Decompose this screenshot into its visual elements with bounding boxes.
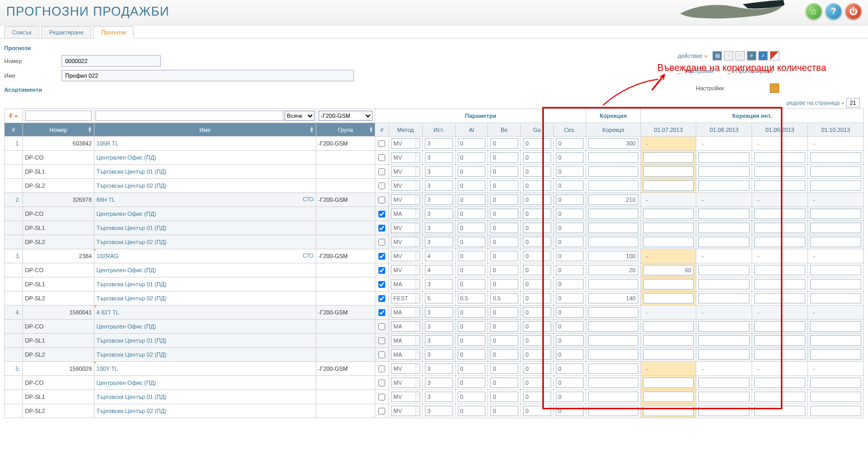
date-input[interactable]	[754, 349, 805, 360]
col-d3[interactable]: 01.09.2013	[752, 123, 808, 137]
col-ga[interactable]: Ga	[520, 123, 553, 137]
filter-name[interactable]	[96, 111, 283, 121]
method-input[interactable]	[391, 223, 415, 233]
sez-input[interactable]	[556, 293, 584, 303]
date-input[interactable]	[810, 152, 861, 163]
child-name-link[interactable]: Търговски Център 02 (ПД)	[97, 295, 167, 301]
al-input[interactable]	[458, 223, 486, 233]
method-input[interactable]	[391, 209, 415, 219]
date-input[interactable]	[698, 180, 750, 191]
row-checkbox[interactable]	[378, 281, 385, 288]
date-input[interactable]	[754, 321, 805, 332]
ga-input[interactable]	[523, 152, 551, 163]
tab-forecast[interactable]: Прогнози	[93, 26, 134, 39]
sez-input[interactable]	[556, 363, 584, 374]
be-input[interactable]	[490, 180, 518, 191]
item-name-link[interactable]: 100Y TL	[97, 366, 118, 372]
al-input[interactable]	[458, 378, 486, 388]
date-input[interactable]	[643, 209, 694, 219]
be-input[interactable]	[490, 279, 518, 289]
al-input[interactable]	[458, 152, 486, 163]
item-name-link[interactable]: 4 82T TL	[97, 309, 120, 315]
method-input[interactable]	[391, 307, 415, 318]
date-input[interactable]	[810, 279, 861, 289]
date-input[interactable]	[754, 237, 805, 247]
sort-icon[interactable]	[368, 126, 373, 132]
sez-input[interactable]	[556, 321, 584, 332]
date-input[interactable]	[643, 223, 694, 233]
child-name-link[interactable]: Търговски Център 01 (ПД)	[97, 337, 167, 344]
toolbar-btn-1[interactable]: ▤	[712, 51, 722, 60]
al-input[interactable]	[458, 363, 486, 374]
sez-input[interactable]	[556, 209, 584, 219]
col-al[interactable]: Al	[455, 123, 488, 137]
ist-input[interactable]	[425, 307, 453, 318]
be-input[interactable]	[490, 138, 518, 149]
date-input[interactable]	[754, 180, 805, 191]
be-input[interactable]	[490, 335, 518, 346]
row-checkbox[interactable]	[378, 168, 385, 175]
date-input[interactable]	[643, 378, 694, 388]
ga-input[interactable]	[523, 363, 551, 374]
sez-input[interactable]	[556, 406, 584, 416]
date-input[interactable]	[698, 293, 750, 303]
date-input[interactable]	[698, 237, 750, 247]
row-checkbox[interactable]	[378, 323, 385, 330]
ist-input[interactable]	[425, 335, 453, 346]
sez-input[interactable]	[556, 138, 584, 149]
ga-input[interactable]	[523, 307, 551, 318]
child-name-link[interactable]: Централен Офис (ПД)	[97, 267, 156, 273]
corr-input[interactable]	[588, 166, 638, 177]
date-input[interactable]	[754, 209, 805, 219]
date-input[interactable]	[810, 392, 861, 402]
sez-input[interactable]	[556, 251, 584, 261]
date-input[interactable]	[698, 166, 750, 177]
child-name-link[interactable]: Търговски Център 01 (ПД)	[97, 168, 167, 175]
sez-input[interactable]	[556, 237, 584, 247]
date-input[interactable]	[810, 265, 861, 275]
ga-input[interactable]	[523, 279, 551, 289]
method-input[interactable]	[391, 321, 415, 332]
col-d1[interactable]: 01.07.2013	[640, 123, 696, 137]
filter-sel1[interactable]: Всичк	[284, 111, 315, 121]
child-name-link[interactable]: Централен Офис (ПД)	[97, 323, 156, 330]
ist-input[interactable]	[425, 349, 453, 360]
method-input[interactable]	[391, 251, 415, 261]
item-name-link[interactable]: 105R TL	[97, 140, 118, 147]
row-checkbox[interactable]	[378, 140, 385, 147]
al-input[interactable]	[458, 209, 486, 219]
resize-handle[interactable]	[415, 335, 420, 346]
sez-input[interactable]	[556, 265, 584, 275]
ga-input[interactable]	[523, 194, 551, 205]
date-input[interactable]	[643, 237, 694, 247]
be-input[interactable]	[490, 152, 518, 163]
date-input[interactable]	[754, 265, 805, 275]
method-input[interactable]	[391, 293, 415, 303]
row-checkbox[interactable]	[378, 351, 385, 358]
al-input[interactable]	[458, 293, 486, 303]
corr-input[interactable]	[588, 335, 638, 346]
ga-input[interactable]	[523, 265, 551, 275]
corr-input[interactable]	[588, 251, 638, 261]
date-input[interactable]	[698, 279, 750, 289]
al-input[interactable]	[458, 265, 486, 275]
child-name-link[interactable]: Търговски Център 02 (ПД)	[97, 183, 167, 189]
col-name[interactable]: Име	[94, 123, 316, 137]
ga-input[interactable]	[523, 180, 551, 191]
method-input[interactable]	[391, 194, 415, 205]
toolbar-btn-next[interactable]: ›	[735, 51, 745, 60]
date-input[interactable]	[698, 265, 750, 275]
row-checkbox[interactable]	[378, 337, 385, 344]
method-input[interactable]	[391, 392, 415, 402]
be-input[interactable]	[490, 363, 518, 374]
ist-input[interactable]	[425, 223, 453, 233]
corr-input[interactable]	[588, 237, 638, 247]
date-input[interactable]	[754, 392, 805, 402]
date-input[interactable]	[643, 293, 694, 303]
col-grp[interactable]: Група	[316, 123, 375, 137]
sez-input[interactable]	[556, 180, 584, 191]
ga-input[interactable]	[523, 223, 551, 233]
date-input[interactable]	[643, 335, 694, 346]
ga-input[interactable]	[523, 321, 551, 332]
ga-input[interactable]	[523, 138, 551, 149]
